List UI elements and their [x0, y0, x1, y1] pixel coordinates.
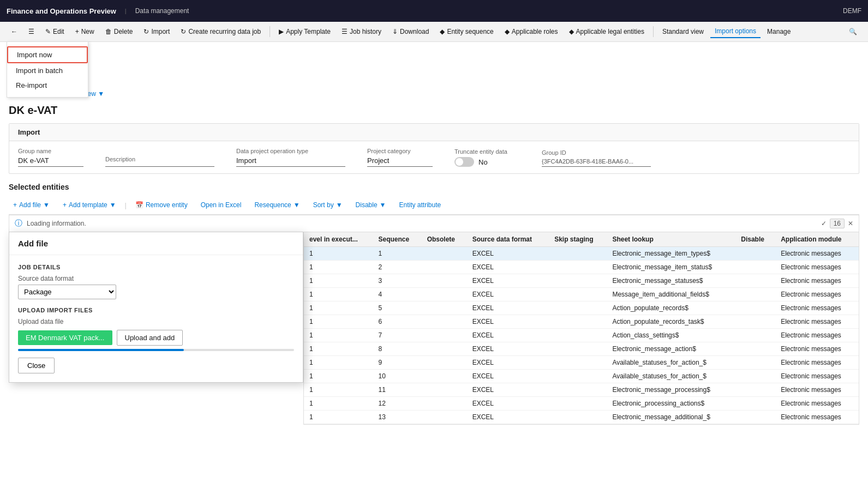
- table-row[interactable]: 13 EXCEL Electronic_message_statuses$Ele…: [304, 274, 859, 288]
- table-row[interactable]: 16 EXCEL Action_populate_records_task$El…: [304, 315, 859, 329]
- add-template-button[interactable]: + Add template ▼: [58, 199, 121, 211]
- apply-template-button[interactable]: ▶ Apply Template: [274, 26, 335, 38]
- module-title: Data management: [135, 7, 189, 15]
- table-row[interactable]: 113 EXCEL Electronic_message_additional_…: [304, 411, 859, 424]
- entity-attribute-button[interactable]: Entity attribute: [394, 199, 445, 211]
- resequence-button[interactable]: Resequence ▼: [250, 199, 304, 211]
- toggle-container: No: [454, 157, 520, 167]
- applicable-roles-button[interactable]: ◆ Applicable roles: [500, 26, 562, 38]
- add-file-dialog: Add file JOB DETAILS Source data format …: [9, 232, 303, 383]
- new-button[interactable]: + New: [71, 26, 99, 38]
- search-button[interactable]: 🔍: [845, 26, 861, 38]
- source-format-select[interactable]: Package: [18, 285, 116, 299]
- table-row[interactable]: 12 EXCEL Electronic_message_item_status$…: [304, 261, 859, 274]
- chevron-down-icon: ▼: [98, 90, 104, 98]
- cell-skip: [549, 247, 607, 261]
- add-file-button[interactable]: + Add file ▼: [9, 199, 54, 211]
- table-row[interactable]: 19 EXCEL Available_statuses_for_action_$…: [304, 356, 859, 370]
- group-id-field: Group ID {3FC4A2DB-63F8-418E-BAA6-0...: [542, 149, 651, 167]
- edit-button[interactable]: ✎ Edit: [41, 26, 69, 38]
- import-options-button[interactable]: Import options: [710, 25, 761, 38]
- col-header-sheet: Sheet lookup: [607, 232, 735, 247]
- import-dropdown: Import now Import in batch Re-import: [7, 41, 88, 98]
- import-now-item[interactable]: Import now: [7, 46, 88, 63]
- form-row: Group name DK e-VAT Description Data pro…: [18, 148, 850, 167]
- info-icon: ⓘ: [15, 219, 22, 228]
- remove-entity-button[interactable]: 📅 Remove entity: [131, 199, 192, 211]
- top-nav-left: Finance and Operations Preview | Data ma…: [7, 7, 189, 15]
- group-name-value: DK e-VAT: [18, 156, 83, 167]
- file-name-button[interactable]: EM Denmark VAT pack...: [18, 330, 112, 345]
- sort-by-button[interactable]: Sort by ▼: [309, 199, 347, 211]
- breadcrumb: Import | DK e-VAT | My view ▼: [0, 86, 868, 102]
- back-button[interactable]: ←: [7, 26, 22, 38]
- applicable-legal-button[interactable]: ◆ Applicable legal entities: [565, 26, 649, 38]
- description-label: Description: [105, 156, 214, 162]
- project-category-field: Project category Project: [367, 148, 433, 167]
- source-format-group: Source data format Package: [18, 275, 294, 299]
- divider1: [270, 26, 270, 37]
- loading-bar: ⓘ Loading information. ✓ 16 ✕: [9, 215, 859, 232]
- operation-type-field: Data project operation type Import: [236, 148, 345, 167]
- dialog-body: JOB DETAILS Source data format Package U…: [9, 255, 303, 382]
- download-button[interactable]: ⇓ Download: [388, 26, 433, 38]
- loading-close-icon[interactable]: ✕: [848, 220, 853, 227]
- entity-sequence-button[interactable]: ◆ Entity sequence: [435, 26, 498, 38]
- table-row[interactable]: 110 EXCEL Available_statuses_for_action_…: [304, 370, 859, 383]
- cell-seq: 1: [373, 247, 421, 261]
- truncate-toggle[interactable]: [454, 157, 474, 167]
- table-row[interactable]: 18 EXCEL Electronic_message_action$Elect…: [304, 342, 859, 356]
- open-in-excel-button[interactable]: Open in Excel: [196, 199, 246, 211]
- upload-and-add-button[interactable]: Upload and add: [117, 330, 183, 346]
- count-badge: 16: [830, 219, 845, 228]
- table-row[interactable]: 112 EXCEL Electronic_processing_actions$…: [304, 397, 859, 411]
- truncate-field: Truncate entity data No: [454, 148, 520, 167]
- truncate-value: No: [478, 158, 488, 166]
- table-row[interactable]: 111 EXCEL Electronic_message_processing$…: [304, 383, 859, 397]
- table-row[interactable]: 14 EXCEL Message_item_additional_fields$…: [304, 288, 859, 301]
- job-history-button[interactable]: ☰ Job history: [337, 26, 386, 38]
- import-button[interactable]: ↻ Import: [139, 26, 174, 38]
- delete-icon: 🗑: [105, 28, 112, 35]
- col-header-skip: Skip staging: [549, 232, 607, 247]
- operation-type-value: Import: [236, 156, 345, 167]
- disable-chevron: ▼: [380, 201, 386, 209]
- menu-button[interactable]: ☰: [24, 26, 39, 38]
- close-dialog-button[interactable]: Close: [18, 358, 55, 373]
- history-icon: ☰: [342, 28, 348, 35]
- col-header-disable: Disable: [735, 232, 775, 247]
- manage-button[interactable]: Manage: [763, 26, 795, 38]
- divider2: [653, 26, 654, 37]
- disable-button[interactable]: Disable ▼: [351, 199, 391, 211]
- table-wrapper: Add file JOB DETAILS Source data format …: [9, 232, 859, 425]
- table-row[interactable]: 1 1 EXCEL Electronic_message_item_types$…: [304, 247, 859, 261]
- search-icon: 🔍: [849, 28, 857, 35]
- entities-table-container: evel in execut... Sequence Obsolete Sour…: [303, 232, 859, 425]
- standard-view-button[interactable]: Standard view: [658, 26, 708, 38]
- import-icon: ↻: [143, 28, 149, 35]
- template-icon: ▶: [279, 28, 284, 35]
- import-section: Import Group name DK e-VAT Description D…: [9, 123, 859, 174]
- legal-icon: ◆: [569, 28, 574, 35]
- page-title: DK e-VAT: [0, 102, 868, 123]
- sub-toolbar: + Add file ▼ + Add template ▼ | 📅 Remove…: [9, 196, 859, 215]
- entities-title: Selected entities: [9, 183, 859, 191]
- import-in-batch-item[interactable]: Import in batch: [7, 63, 88, 78]
- upload-row: EM Denmark VAT pack... Upload and add: [18, 330, 294, 346]
- cell-module: Electronic messages: [775, 247, 859, 261]
- project-category-value: Project: [367, 156, 433, 167]
- truncate-label: Truncate entity data: [454, 148, 520, 155]
- re-import-item[interactable]: Re-import: [7, 78, 88, 93]
- resequence-chevron: ▼: [294, 201, 300, 209]
- cell-disable: [735, 247, 775, 261]
- description-value: [105, 165, 214, 167]
- table-row[interactable]: 17 EXCEL Action_class_settings$Electroni…: [304, 329, 859, 342]
- edit-icon: ✎: [45, 28, 51, 35]
- roles-icon: ◆: [505, 28, 510, 35]
- table-row[interactable]: 15 EXCEL Action_populate_records$Electro…: [304, 301, 859, 315]
- delete-button[interactable]: 🗑 Delete: [101, 26, 137, 38]
- table-header: evel in execut... Sequence Obsolete Sour…: [304, 232, 859, 247]
- create-recurring-button[interactable]: ↻ Create recurring data job: [176, 26, 265, 38]
- group-name-field: Group name DK e-VAT: [18, 148, 83, 167]
- source-format-label: Source data format: [18, 275, 294, 282]
